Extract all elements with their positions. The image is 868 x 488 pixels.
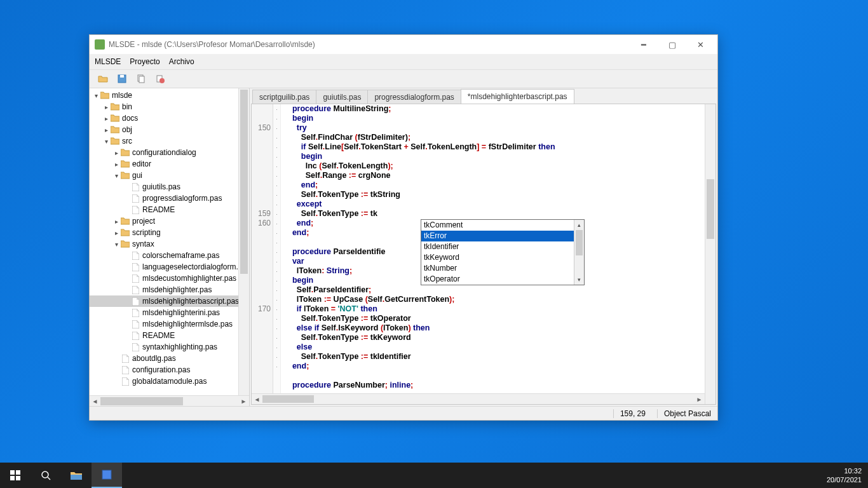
clock-date[interactable]: 20/07/2021 <box>827 475 862 484</box>
menu-proyecto[interactable]: Proyecto <box>130 57 159 66</box>
tree-file[interactable]: mlsdecustomhighlighter.pas <box>90 273 249 284</box>
delete-icon[interactable] <box>153 72 167 86</box>
tree-file[interactable]: mlsdehighlightermlsde.pas <box>90 318 249 330</box>
editor-scrollbar-vertical[interactable] <box>705 104 715 404</box>
titlebar[interactable]: MLSDE - mlsde (C:\Users\Profesor Momar\D… <box>90 35 717 54</box>
start-button[interactable] <box>0 463 31 488</box>
tree-file[interactable]: guiutils.pas <box>90 181 249 193</box>
tree-file[interactable]: mlsdehighlighterbascript.pas <box>90 295 249 307</box>
close-button[interactable]: ✕ <box>686 36 715 53</box>
status-language: Object Pascal <box>657 409 711 418</box>
clock-time[interactable]: 10:32 <box>827 466 862 475</box>
save-icon[interactable] <box>115 72 129 86</box>
statusbar: 159, 29 Object Pascal <box>90 406 717 420</box>
tree-folder[interactable]: ▸configurationdialog <box>90 147 249 158</box>
svg-point-5 <box>159 78 165 83</box>
autocomplete-item[interactable]: tkNumber <box>421 263 584 274</box>
tree-file[interactable]: globaldatamodule.pas <box>90 376 249 387</box>
maximize-button[interactable]: ▢ <box>658 36 686 53</box>
tree-file[interactable]: colorschemaframe.pas <box>90 250 249 261</box>
svg-rect-12 <box>71 475 82 480</box>
project-tree[interactable]: ▾mlsde▸bin▸docs▸obj▾src▸configurationdia… <box>90 88 250 406</box>
autocomplete-item[interactable]: tkOperator <box>421 274 584 285</box>
svg-rect-9 <box>16 476 20 480</box>
tree-folder[interactable]: ▸scripting <box>90 227 249 238</box>
toolbar <box>90 69 717 88</box>
svg-rect-7 <box>16 470 20 475</box>
editor-scrollbar-horizontal[interactable]: ◄► <box>252 393 705 404</box>
status-cursor-pos: 159, 29 <box>613 409 646 418</box>
autocomplete-item[interactable]: tkIdentifier <box>421 241 584 252</box>
menu-mlsde[interactable]: MLSDE <box>95 57 121 66</box>
explorer-icon[interactable] <box>61 463 92 488</box>
tree-folder[interactable]: ▸docs <box>90 112 249 124</box>
open-icon[interactable] <box>96 72 110 86</box>
window-title: MLSDE - mlsde (C:\Users\Profesor Momar\D… <box>109 40 315 49</box>
tree-folder[interactable]: ▾gui <box>90 170 249 181</box>
tree-file[interactable]: mlsdehighlighter.pas <box>90 284 249 295</box>
editor-tab[interactable]: progressdialogform.pas <box>367 90 461 104</box>
taskbar: 10:32 20/07/2021 <box>0 463 868 488</box>
svg-rect-6 <box>10 470 15 475</box>
minimize-button[interactable]: ━ <box>629 36 658 53</box>
tree-file[interactable]: languageselectordialogform.p <box>90 261 249 273</box>
tree-file[interactable]: README <box>90 330 249 341</box>
copy-icon[interactable] <box>134 72 148 86</box>
tree-folder[interactable]: ▸editor <box>90 158 249 170</box>
tree-folder[interactable]: ▸obj <box>90 124 249 135</box>
fold-column[interactable]: ···························· <box>273 104 281 404</box>
tree-file[interactable]: configuration.pas <box>90 364 249 376</box>
editor-tab[interactable]: *mlsdehighlighterbascript.pas <box>461 89 574 104</box>
tree-scrollbar-horizontal[interactable]: ◄► <box>90 395 249 406</box>
autocomplete-item[interactable]: tkError <box>421 231 584 241</box>
svg-rect-1 <box>120 75 124 78</box>
tree-folder[interactable]: ▸bin <box>90 101 249 112</box>
app-window: MLSDE - mlsde (C:\Users\Profesor Momar\D… <box>89 34 718 421</box>
app-icon <box>95 39 105 50</box>
tree-file[interactable]: mlsdehighlighterini.pas <box>90 307 249 318</box>
search-icon[interactable] <box>31 463 61 488</box>
tree-folder[interactable]: ▾src <box>90 135 249 147</box>
svg-point-10 <box>42 471 48 478</box>
tree-file[interactable]: syntaxhighlighting.pas <box>90 341 249 353</box>
tree-file[interactable]: aboutdlg.pas <box>90 353 249 364</box>
tree-file[interactable]: README <box>90 204 249 215</box>
line-gutter: 150159160170 <box>252 104 273 404</box>
menubar: MLSDE Proyecto Archivo <box>90 54 717 69</box>
autocomplete-item[interactable]: tkKeyword <box>421 252 584 263</box>
tree-file[interactable]: progressdialogform.pas <box>90 193 249 204</box>
svg-rect-3 <box>139 76 144 83</box>
menu-archivo[interactable]: Archivo <box>169 57 194 66</box>
svg-rect-13 <box>102 470 111 479</box>
tree-folder[interactable]: ▾mlsde <box>90 90 249 101</box>
taskbar-app-mlsde[interactable] <box>92 463 122 488</box>
autocomplete-item[interactable]: tkComment <box>421 220 584 231</box>
svg-rect-8 <box>10 476 15 480</box>
editor-tab[interactable]: guiutils.pas <box>316 90 368 104</box>
autocomplete-popup[interactable]: tkCommenttkErrortkIdentifiertkKeywordtkN… <box>421 219 585 285</box>
tree-folder[interactable]: ▾syntax <box>90 238 249 250</box>
svg-line-11 <box>48 477 50 480</box>
tree-scrollbar-vertical[interactable] <box>238 88 249 395</box>
editor-tab[interactable]: scriptguilib.pas <box>252 90 316 104</box>
editor-tabs: scriptguilib.pasguiutils.pasprogressdial… <box>250 88 717 104</box>
tree-folder[interactable]: ▸project <box>90 215 249 227</box>
